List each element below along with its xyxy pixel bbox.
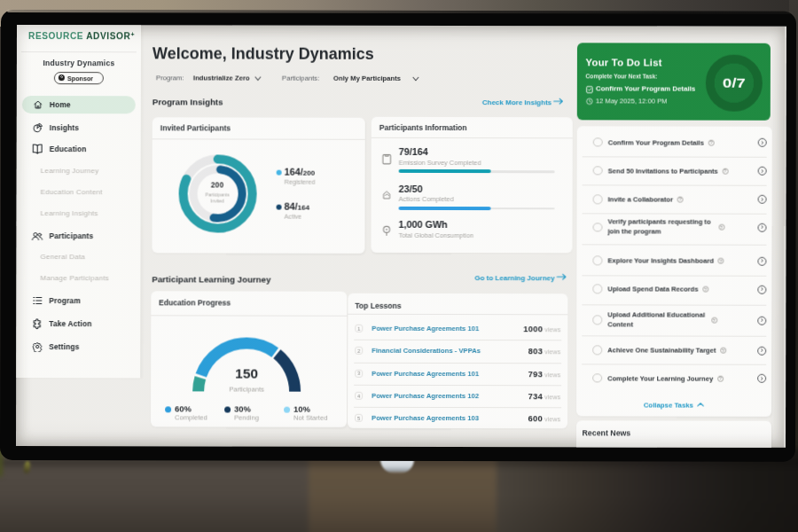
svg-text:0/7: 0/7 bbox=[723, 75, 746, 90]
